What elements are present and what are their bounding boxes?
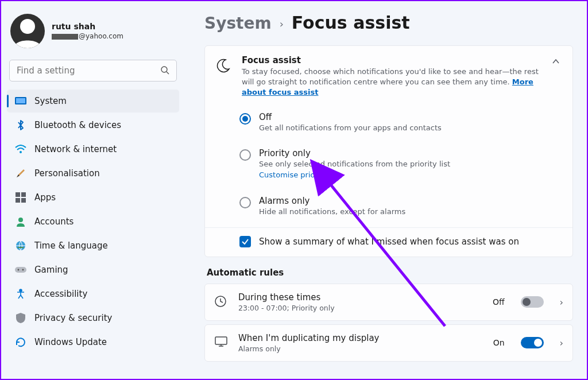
sidebar-item-gaming[interactable]: Gaming bbox=[7, 258, 179, 281]
sidebar-item-bluetooth[interactable]: Bluetooth & devices bbox=[7, 114, 179, 137]
rule-state-label: On bbox=[493, 338, 505, 347]
accessibility-icon bbox=[15, 288, 26, 300]
rule-toggle[interactable] bbox=[521, 337, 544, 348]
summary-label: Show a summary of what I missed when foc… bbox=[259, 236, 519, 247]
chevron-right-icon: › bbox=[560, 297, 563, 308]
focus-assist-desc: To stay focused, choose which notificati… bbox=[242, 67, 539, 98]
sidebar-item-privacy[interactable]: Privacy & security bbox=[7, 307, 179, 329]
breadcrumb-parent[interactable]: System bbox=[204, 14, 272, 33]
clock-icon bbox=[214, 295, 228, 309]
profile-name: rutu shah bbox=[52, 22, 123, 31]
radio-option-alarms-only[interactable]: Alarms only Hide all notifications, exce… bbox=[239, 190, 562, 218]
profile-block[interactable]: rutu shah @yahoo.com bbox=[7, 8, 179, 56]
sidebar-item-label: Personalisation bbox=[34, 168, 100, 179]
sidebar-item-label: Gaming bbox=[34, 265, 68, 275]
profile-email: @yahoo.com bbox=[52, 32, 123, 40]
svg-point-1 bbox=[161, 67, 167, 72]
focus-assist-card: Focus assist To stay focused, choose whi… bbox=[204, 45, 573, 257]
collapse-button[interactable] bbox=[550, 55, 562, 69]
gamepad-icon bbox=[15, 264, 26, 276]
sidebar-item-label: Accounts bbox=[34, 216, 74, 227]
sidebar-item-label: Accessibility bbox=[34, 289, 87, 299]
chevron-right-icon: › bbox=[560, 338, 563, 348]
svg-rect-7 bbox=[21, 192, 26, 197]
globe-icon bbox=[15, 240, 26, 251]
wifi-icon bbox=[15, 144, 26, 155]
rule-state-label: Off bbox=[493, 297, 505, 307]
svg-rect-8 bbox=[16, 198, 20, 203]
sidebar-item-network[interactable]: Network & internet bbox=[7, 138, 179, 161]
svg-line-2 bbox=[167, 72, 169, 74]
sidebar-item-label: System bbox=[34, 96, 67, 106]
radio-icon bbox=[239, 149, 251, 161]
page-title: Focus assist bbox=[292, 13, 410, 33]
summary-checkbox[interactable] bbox=[239, 236, 251, 247]
sidebar-item-label: Apps bbox=[34, 192, 56, 203]
svg-point-15 bbox=[20, 289, 22, 292]
breadcrumb: System › Focus assist bbox=[204, 13, 573, 33]
rule-toggle[interactable] bbox=[521, 296, 544, 308]
radio-option-priority-only[interactable]: Priority only See only selected notifica… bbox=[239, 142, 562, 182]
svg-point-10 bbox=[18, 218, 23, 222]
svg-point-0 bbox=[20, 19, 35, 34]
system-icon bbox=[15, 95, 26, 107]
svg-rect-12 bbox=[15, 267, 26, 273]
radio-option-off[interactable]: Off Get all notifications from your apps… bbox=[239, 106, 562, 134]
sidebar-item-label: Network & internet bbox=[34, 144, 117, 154]
sidebar-item-time-language[interactable]: Time & language bbox=[7, 234, 179, 257]
search-input[interactable] bbox=[9, 60, 177, 82]
monitor-icon bbox=[214, 336, 228, 350]
search-icon bbox=[160, 65, 169, 76]
shield-icon bbox=[15, 312, 26, 324]
svg-rect-17 bbox=[215, 337, 227, 344]
radio-icon bbox=[239, 197, 251, 208]
sidebar-item-accessibility[interactable]: Accessibility bbox=[7, 282, 179, 305]
svg-rect-6 bbox=[16, 192, 20, 197]
sidebar-item-windows-update[interactable]: Windows Update bbox=[7, 331, 179, 354]
paintbrush-icon bbox=[15, 168, 26, 179]
focus-assist-title: Focus assist bbox=[242, 55, 539, 65]
rule-duplicating-display[interactable]: When I'm duplicating my display Alarms o… bbox=[204, 324, 573, 362]
sidebar-item-label: Privacy & security bbox=[34, 313, 112, 323]
svg-rect-4 bbox=[16, 98, 25, 103]
radio-icon bbox=[239, 113, 251, 125]
moon-icon bbox=[215, 59, 231, 75]
sidebar-item-personalisation[interactable]: Personalisation bbox=[7, 162, 179, 185]
chevron-right-icon: › bbox=[280, 18, 284, 30]
svg-point-13 bbox=[18, 269, 20, 271]
person-icon bbox=[15, 216, 26, 227]
svg-point-5 bbox=[20, 151, 22, 153]
svg-point-14 bbox=[22, 269, 24, 271]
update-icon bbox=[15, 336, 26, 348]
bluetooth-icon bbox=[15, 119, 26, 131]
sidebar-item-label: Time & language bbox=[34, 241, 108, 251]
automatic-rules-heading: Automatic rules bbox=[207, 267, 573, 278]
sidebar-item-accounts[interactable]: Accounts bbox=[7, 210, 179, 233]
sidebar-item-label: Windows Update bbox=[34, 337, 107, 347]
sidebar-item-system[interactable]: System bbox=[7, 90, 179, 113]
avatar bbox=[10, 14, 45, 48]
customise-priority-list-link[interactable]: Customise priority list bbox=[259, 170, 341, 179]
rule-during-these-times[interactable]: During these times 23:00 - 07:00; Priori… bbox=[204, 284, 573, 321]
sidebar-item-label: Bluetooth & devices bbox=[34, 120, 121, 130]
svg-rect-9 bbox=[21, 198, 26, 203]
sidebar-item-apps[interactable]: Apps bbox=[7, 186, 179, 209]
apps-icon bbox=[15, 192, 26, 203]
